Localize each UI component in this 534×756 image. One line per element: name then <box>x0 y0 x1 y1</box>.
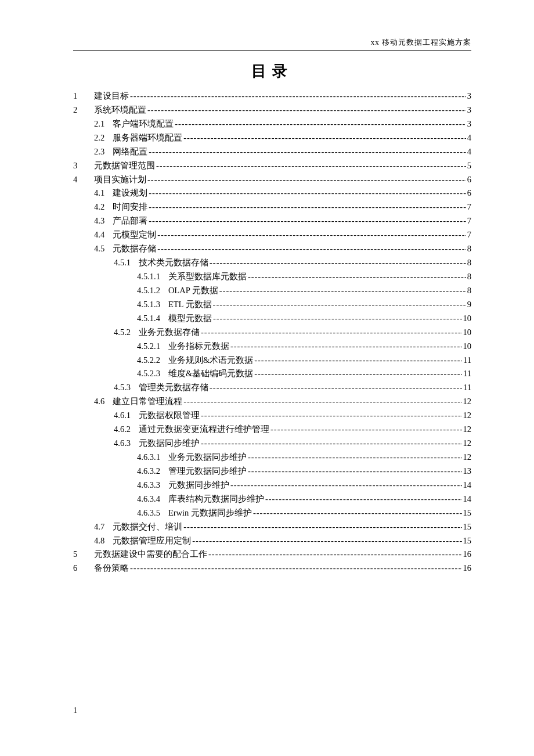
toc-page-number: 3 <box>466 89 471 103</box>
toc-section-title: 客户端环境配置 <box>113 117 175 131</box>
toc-section-title: 元数据同步维护 <box>139 437 201 451</box>
toc-entry: 4.7元数据交付、培训15 <box>73 520 471 534</box>
toc-page-number: 11 <box>462 381 471 395</box>
toc-leader <box>254 367 462 381</box>
toc-entry: 4.5.1技术类元数据存储8 <box>73 256 471 270</box>
toc-entry: 4.5.2.3维度&基础编码元数据11 <box>73 367 471 381</box>
toc-entry-body: 4.5.1技术类元数据存储8 <box>94 256 471 270</box>
toc-title: 目录 <box>73 61 471 81</box>
toc-entry-body: 4.5.2业务元数据存储 10 <box>94 326 471 340</box>
toc-entry: 4.6.3.4库表结构元数据同步维护 14 <box>73 492 471 506</box>
toc-page-number: 4 <box>466 145 471 159</box>
toc-section-number: 4.2 <box>94 200 113 214</box>
toc-entry: 4.6.2通过元数据变更流程进行维护管理 12 <box>73 423 471 437</box>
toc-entry: 4.8元数据管理应用定制15 <box>73 534 471 548</box>
toc-entry-body: 2.1客户端环境配置 3 <box>94 117 471 131</box>
toc-entry-body: 4.7元数据交付、培训15 <box>94 520 471 534</box>
toc-entry: 2.2服务器端环境配置 4 <box>73 131 471 145</box>
toc-section-title: 系统环境配置 <box>94 103 147 117</box>
toc-entry: 4.2时间安排 7 <box>73 200 471 214</box>
toc-entry-body: 2.3网络配置 4 <box>94 145 471 159</box>
toc-entry-body: 元数据建设中需要的配合工作 16 <box>94 548 471 561</box>
toc-section-title: 产品部署 <box>113 214 149 228</box>
toc-entry-body: 4.5.1.1关系型数据库元数据8 <box>94 270 471 284</box>
toc-section-title: ETL 元数据 <box>168 298 213 312</box>
toc-page-number: 4 <box>466 131 471 145</box>
toc-entry-body: 4.5元数据存储 8 <box>94 242 471 256</box>
toc-page-number: 10 <box>462 326 472 340</box>
toc-page-number: 6 <box>466 186 471 200</box>
toc-top-number: 6 <box>73 561 94 575</box>
toc-section-number: 2.1 <box>94 117 113 131</box>
toc-entry-body: 4.5.2.2业务规则&术语元数据11 <box>94 354 471 368</box>
toc-section-title: 业务指标元数据 <box>168 340 230 354</box>
toc-entry: 4项目实施计划6 <box>73 173 471 187</box>
toc-leader <box>149 145 466 159</box>
toc-section-number: 4.5.1 <box>114 256 139 270</box>
toc-entry-body: 4.4元模型定制 7 <box>94 228 471 242</box>
toc-entry-body: 4.6.3.4库表结构元数据同步维护 14 <box>94 492 471 506</box>
toc-section-title: 元模型定制 <box>113 228 157 242</box>
toc-leader <box>147 173 466 187</box>
toc-page-number: 12 <box>462 423 472 437</box>
toc-section-title: 元数据交付、培训 <box>113 520 183 534</box>
toc-leader <box>201 326 462 340</box>
toc-leader <box>230 478 462 492</box>
toc-page-number: 8 <box>466 256 471 270</box>
toc-section-title: 业务元数据同步维护 <box>168 451 248 465</box>
toc-entry: 1建设目标3 <box>73 89 471 103</box>
toc-entry-body: 4.6.3.5Erwin 元数据同步维护 15 <box>94 506 471 520</box>
toc-leader <box>201 409 462 423</box>
toc-page-number: 12 <box>462 451 472 465</box>
toc-leader <box>248 465 462 478</box>
toc-section-number: 4.5.2.3 <box>137 367 168 381</box>
toc-page-number: 15 <box>462 534 472 548</box>
toc-section-title: Erwin 元数据同步维护 <box>168 506 253 520</box>
toc-leader <box>147 103 466 117</box>
toc-section-title: 通过元数据变更流程进行维护管理 <box>139 423 270 437</box>
toc-page-number: 8 <box>466 270 471 284</box>
toc-section-number: 2.3 <box>94 145 113 159</box>
toc-entry: 4.5.2.2业务规则&术语元数据11 <box>73 354 471 368</box>
toc-entry: 4.6.3.3元数据同步维护 14 <box>73 478 471 492</box>
toc-section-number: 4.5.2.2 <box>137 354 168 368</box>
toc-page-number: 12 <box>462 409 472 423</box>
toc-section-title: 时间安排 <box>113 200 149 214</box>
toc-leader <box>210 381 462 395</box>
toc-page-number: 6 <box>466 173 471 187</box>
toc-section-number: 4.6 <box>94 395 113 409</box>
toc-leader <box>254 354 462 368</box>
toc-entry-body: 2.2服务器端环境配置 4 <box>94 131 471 145</box>
toc-leader <box>130 561 462 575</box>
toc-page-number: 10 <box>462 312 472 326</box>
toc-page-number: 11 <box>462 354 471 368</box>
toc-leader <box>149 186 466 200</box>
toc-leader <box>192 534 461 548</box>
toc-top-number: 3 <box>73 159 94 173</box>
toc-top-number: 2 <box>73 103 94 117</box>
toc-section-number: 4.6.3 <box>114 437 139 451</box>
toc-entry: 4.5.1.1关系型数据库元数据8 <box>73 270 471 284</box>
toc-page-number: 16 <box>462 548 472 561</box>
document-page: xx 移动元数据工程实施方案 目录 1建设目标32系统环境配置32.1客户端环境… <box>0 0 534 756</box>
toc-entry-body: 4.6.3元数据同步维护 12 <box>94 437 471 451</box>
toc-entry-body: 4.5.2.3维度&基础编码元数据11 <box>94 367 471 381</box>
toc-entry-body: 4.6.3.3元数据同步维护 14 <box>94 478 471 492</box>
toc-entry-body: 4.5.3管理类元数据存储 11 <box>94 381 471 395</box>
toc-entry: 3元数据管理范围5 <box>73 159 471 173</box>
toc-entry-body: 4.6建立日常管理流程12 <box>94 395 471 409</box>
toc-leader <box>201 437 462 451</box>
toc-section-title: 网络配置 <box>113 145 149 159</box>
toc-top-number: 4 <box>73 173 94 187</box>
toc-section-title: 库表结构元数据同步维护 <box>168 492 265 506</box>
toc-leader <box>183 395 461 409</box>
toc-entry: 2系统环境配置3 <box>73 103 471 117</box>
toc-page-number: 12 <box>462 437 472 451</box>
toc-entry: 4.5.2.1业务指标元数据 10 <box>73 340 471 354</box>
toc-entry: 4.5.1.4模型元数据 10 <box>73 312 471 326</box>
toc-section-number: 4.5.1.2 <box>137 284 168 298</box>
table-of-contents: 1建设目标32系统环境配置32.1客户端环境配置 32.2服务器端环境配置 42… <box>73 89 471 575</box>
toc-entry: 4.6.3.1业务元数据同步维护 12 <box>73 451 471 465</box>
toc-leader <box>149 200 466 214</box>
toc-entry: 2.3网络配置 4 <box>73 145 471 159</box>
